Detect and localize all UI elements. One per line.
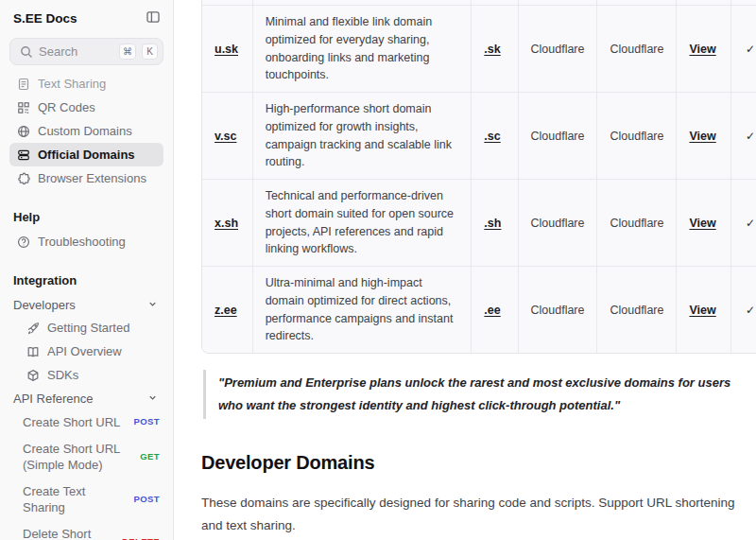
group-label: Developers: [13, 298, 76, 312]
sidebar-item-qr-codes[interactable]: QR Codes: [9, 96, 163, 119]
sidebar-item-create-short-url-simple[interactable]: Create Short URL (Simple Mode) GET: [9, 436, 163, 479]
page-heading-developer-domains: Developer Domains: [201, 452, 756, 474]
section-heading-integration: Integration: [13, 273, 160, 287]
hsts-check: ✓: [731, 180, 756, 267]
help-circle-icon: [16, 235, 30, 249]
rocket-icon: [26, 321, 40, 335]
developers-children: Getting Started API Overview SDKs: [19, 316, 163, 387]
group-api-reference[interactable]: API Reference: [9, 387, 163, 409]
cdn-value: Cloudflare: [597, 6, 677, 93]
domain-link[interactable]: v.sc: [215, 130, 236, 143]
cdn-value: Cloudflare: [597, 93, 677, 180]
dnssec-view-link[interactable]: View: [689, 130, 715, 143]
puzzle-icon: [16, 171, 30, 185]
sidebar-item-delete-short-url[interactable]: Delete Short URL DELETE: [9, 521, 163, 540]
hsts-check: ✓: [731, 267, 756, 353]
sidebar-header: S.EE Docs: [9, 8, 163, 26]
sidebar-item-custom-domains[interactable]: Custom Domains: [9, 119, 163, 143]
kbd-cmd: ⌘: [119, 44, 136, 60]
dns-value: Cloudflare: [519, 267, 598, 353]
table-row: z.ee Ultra-minimal and high-impact domai…: [202, 267, 756, 353]
hsts-check: ✓: [731, 93, 756, 180]
server-rows-icon: [16, 148, 30, 162]
sidebar-item-official-domains[interactable]: Official Domains: [9, 143, 163, 166]
chevron-down-icon: [147, 298, 158, 312]
sidebar-item-label: Browser Extensions: [38, 171, 146, 185]
panel-left-icon: [146, 9, 161, 27]
book-open-icon: [26, 344, 40, 358]
dns-value: Cloudflare: [519, 180, 598, 267]
chevron-down-icon: [147, 392, 158, 406]
search-icon: [19, 44, 33, 59]
method-badge: DELETE: [122, 536, 160, 540]
sidebar-item-label: QR Codes: [38, 100, 95, 114]
tld-link[interactable]: .sc: [484, 130, 500, 143]
file-text-icon: [16, 77, 30, 91]
domain-link[interactable]: u.sk: [215, 43, 238, 56]
developer-domains-intro: These domains are specifically designed …: [201, 492, 747, 538]
hsts-check: ✓: [731, 6, 756, 93]
package-icon: [26, 368, 40, 382]
sidebar-item-create-short-url[interactable]: Create Short URL POST: [9, 409, 163, 436]
dnssec-view-link[interactable]: View: [689, 43, 715, 56]
method-badge: POST: [134, 416, 160, 428]
qr-code-icon: [16, 100, 30, 114]
domain-description: Technical and performance-driven short d…: [253, 180, 472, 267]
sidebar-item-label: API Overview: [47, 344, 122, 358]
domain-link[interactable]: z.ee: [215, 304, 237, 317]
sidebar-item-label: Troubleshooting: [38, 235, 126, 249]
method-badge: POST: [134, 494, 160, 506]
sidebar-item-browser-extensions[interactable]: Browser Extensions: [9, 166, 163, 190]
sidebar-item-label: Getting Started: [47, 321, 129, 335]
primary-nav: Text Sharing QR Codes Custom Domains: [9, 72, 163, 190]
group-label: API Reference: [13, 392, 94, 406]
sidebar-item-sdks[interactable]: SDKs: [19, 363, 163, 387]
sidebar-item-api-overview[interactable]: API Overview: [19, 340, 163, 363]
method-badge: GET: [140, 451, 160, 463]
section-heading-help: Help: [13, 210, 160, 224]
main-content: u.sk Minimal and flexible link domain op…: [174, 0, 756, 540]
tld-link[interactable]: .sh: [484, 217, 501, 230]
api-reference-children: Create Short URL POST Create Short URL (…: [9, 409, 163, 540]
cdn-value: Cloudflare: [597, 180, 677, 267]
table-row: x.sh Technical and performance-driven sh…: [202, 180, 756, 267]
sidebar: S.EE Docs Search ⌘ K Text Sharing: [0, 0, 174, 540]
sidebar-item-label: Official Domains: [38, 148, 135, 162]
table-row: u.sk Minimal and flexible link domain op…: [202, 6, 756, 93]
domain-link[interactable]: x.sh: [215, 217, 238, 230]
sidebar-item-troubleshooting[interactable]: Troubleshooting: [9, 230, 163, 253]
dns-value: Cloudflare: [519, 6, 598, 93]
dnssec-view-link[interactable]: View: [689, 304, 715, 317]
sidebar-item-label: Text Sharing: [38, 77, 106, 91]
domain-description: Ultra-minimal and high-impact domain opt…: [253, 267, 472, 353]
sidebar-item-label: SDKs: [47, 368, 78, 382]
domain-description: Minimal and flexible link domain optimiz…: [253, 6, 472, 93]
premium-quote: "Premium and Enterprise plans unlock the…: [203, 370, 737, 419]
kbd-k: K: [142, 44, 158, 60]
sidebar-collapse-button[interactable]: [145, 9, 162, 26]
table-row: v.sc High-performance short domain optim…: [202, 93, 756, 180]
app-title: S.EE Docs: [13, 11, 77, 26]
group-developers[interactable]: Developers: [9, 293, 163, 316]
search-placeholder: Search: [39, 44, 113, 59]
dns-value: Cloudflare: [519, 93, 598, 180]
cdn-value: Cloudflare: [597, 267, 677, 353]
dnssec-view-link[interactable]: View: [689, 217, 715, 230]
sidebar-item-create-text-sharing[interactable]: Create Text Sharing POST: [9, 479, 163, 521]
official-domains-table: u.sk Minimal and flexible link domain op…: [201, 0, 756, 354]
sidebar-item-text-sharing[interactable]: Text Sharing: [9, 72, 163, 96]
globe-icon: [16, 124, 30, 138]
sidebar-item-getting-started[interactable]: Getting Started: [19, 316, 163, 340]
tld-link[interactable]: .ee: [484, 304, 500, 317]
search-input[interactable]: Search ⌘ K: [9, 38, 163, 65]
sidebar-item-label: Custom Domains: [38, 124, 132, 138]
tld-link[interactable]: .sk: [484, 43, 500, 56]
domain-description: High-performance short domain optimized …: [253, 93, 472, 180]
